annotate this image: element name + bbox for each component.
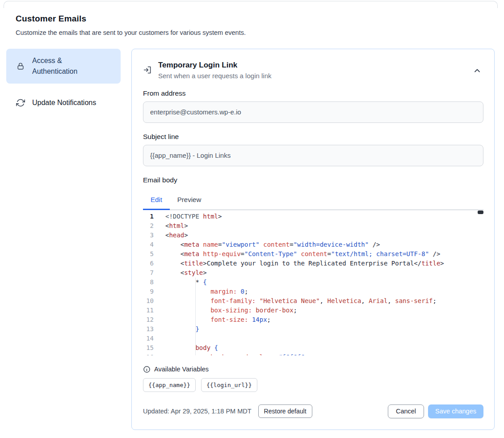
code-line-content: <meta http-equiv="Content-Type" content=… — [154, 249, 483, 259]
code-line-content: <!DOCTYPE html> — [154, 212, 483, 221]
email-body-label: Email body — [143, 176, 483, 184]
code-line[interactable]: 9 margin: 0; — [143, 287, 483, 296]
sidebar-item-label: Update Notifications — [32, 97, 96, 108]
code-line[interactable]: 2<html> — [143, 221, 483, 231]
tab-preview[interactable]: Preview — [170, 190, 209, 210]
updated-timestamp: Updated: Apr 29, 2025, 1:18 PM MDT — [143, 408, 252, 415]
code-line[interactable]: 12 font-size: 14px; — [143, 315, 483, 324]
code-line-content: background-color: #f6f6f6; — [154, 353, 483, 355]
code-line[interactable]: 15 body { — [143, 343, 483, 353]
code-line-content: <style> — [154, 268, 483, 278]
editor-scrollbar-thumb[interactable] — [478, 211, 483, 214]
chevron-up-icon — [474, 67, 481, 75]
code-line[interactable]: 6 <title>Complete your login to the Repl… — [143, 259, 483, 268]
code-line-content: * { — [154, 278, 483, 287]
content-row: Access & Authentication Update Notificat… — [6, 49, 495, 430]
info-icon — [143, 366, 151, 373]
card-header-text: Temporary Login Link Sent when a user re… — [158, 60, 271, 80]
card-footer: Updated: Apr 29, 2025, 1:18 PM MDT Resto… — [143, 404, 483, 418]
line-number: 8 — [143, 278, 154, 287]
available-variables-label: Available Variables — [154, 366, 209, 373]
top-card-edge — [4, 1, 498, 8]
line-number: 10 — [143, 296, 154, 306]
subject-line-input[interactable] — [143, 145, 483, 166]
code-lines: 1<!DOCTYPE html>2<html>3<head>4 <meta na… — [143, 212, 483, 355]
line-number: 16 — [143, 353, 154, 355]
line-number: 6 — [143, 259, 154, 268]
email-body-field: Email body Edit Preview 1<!DOCTYPE html>… — [143, 176, 483, 355]
refresh-icon — [16, 98, 25, 107]
code-line-content: body { — [154, 343, 483, 353]
sidebar-item-access-authentication[interactable]: Access & Authentication — [6, 49, 121, 84]
code-line-content — [154, 334, 483, 343]
code-line[interactable]: 8 * { — [143, 278, 483, 287]
page-subtitle: Customize the emails that are sent to yo… — [16, 29, 504, 36]
code-editor[interactable]: 1<!DOCTYPE html>2<html>3<head>4 <meta na… — [143, 210, 483, 355]
variable-chip-app-name[interactable]: {{app_name}} — [143, 378, 196, 392]
sidebar-item-label: Access & Authentication — [32, 55, 90, 77]
line-number: 3 — [143, 231, 154, 240]
editor-tabs: Edit Preview — [143, 190, 483, 210]
code-line[interactable]: 4 <meta name="viewport" content="width=d… — [143, 240, 483, 249]
line-number: 9 — [143, 287, 154, 296]
line-number: 1 — [143, 212, 154, 221]
code-line-content: } — [154, 324, 483, 334]
code-line[interactable]: 1<!DOCTYPE html> — [143, 212, 483, 221]
code-line-content: font-family: "Helvetica Neue", Helvetica… — [154, 296, 483, 306]
code-line[interactable]: 14 — [143, 334, 483, 343]
code-line[interactable]: 16 background-color: #f6f6f6; — [143, 353, 483, 355]
lock-icon — [16, 62, 25, 71]
restore-default-button[interactable]: Restore default — [258, 404, 312, 418]
save-changes-button[interactable]: Save changes — [428, 404, 483, 418]
code-line-content: <head> — [154, 231, 483, 240]
line-number: 5 — [143, 249, 154, 259]
variable-chips: {{app_name}} {{login_url}} — [143, 378, 483, 392]
code-line[interactable]: 11 box-sizing: border-box; — [143, 306, 483, 315]
code-line-content: margin: 0; — [154, 287, 483, 296]
card-header: Temporary Login Link Sent when a user re… — [143, 60, 483, 80]
email-settings-card: Temporary Login Link Sent when a user re… — [131, 49, 495, 430]
line-number: 13 — [143, 324, 154, 334]
code-line-content: <html> — [154, 221, 483, 231]
code-line[interactable]: 10 font-family: "Helvetica Neue", Helvet… — [143, 296, 483, 306]
collapse-button[interactable] — [472, 66, 483, 77]
indent-guide — [195, 278, 196, 355]
sidebar: Access & Authentication Update Notificat… — [6, 49, 121, 115]
line-number: 7 — [143, 268, 154, 278]
code-line-content: <meta name="viewport" content="width=dev… — [154, 240, 483, 249]
subject-line-field: Subject line — [143, 133, 483, 166]
sidebar-item-update-notifications[interactable]: Update Notifications — [6, 91, 121, 115]
code-line[interactable]: 3<head> — [143, 231, 483, 240]
from-address-label: From address — [143, 89, 483, 97]
tab-edit[interactable]: Edit — [143, 190, 170, 210]
code-line[interactable]: 13 } — [143, 324, 483, 334]
page-title: Customer Emails — [16, 14, 504, 24]
line-number: 11 — [143, 306, 154, 315]
subject-line-label: Subject line — [143, 133, 483, 141]
from-address-input[interactable] — [143, 101, 483, 123]
code-line-content: font-size: 14px; — [154, 315, 483, 324]
code-line-content: box-sizing: border-box; — [154, 306, 483, 315]
code-line-content: <title>Complete your login to the Replic… — [154, 259, 483, 268]
available-variables-row: Available Variables — [143, 366, 483, 373]
code-line[interactable]: 5 <meta http-equiv="Content-Type" conten… — [143, 249, 483, 259]
cancel-button[interactable]: Cancel — [388, 404, 424, 418]
login-icon — [143, 65, 152, 75]
line-number: 4 — [143, 240, 154, 249]
line-number: 2 — [143, 221, 154, 231]
line-number: 12 — [143, 315, 154, 324]
line-number: 14 — [143, 334, 154, 343]
line-number: 15 — [143, 343, 154, 353]
code-line[interactable]: 7 <style> — [143, 268, 483, 278]
from-address-field: From address — [143, 89, 483, 123]
card-subtitle: Sent when a user requests a login link — [158, 72, 271, 80]
variable-chip-login-url[interactable]: {{login_url}} — [201, 378, 257, 392]
card-title: Temporary Login Link — [158, 60, 271, 71]
